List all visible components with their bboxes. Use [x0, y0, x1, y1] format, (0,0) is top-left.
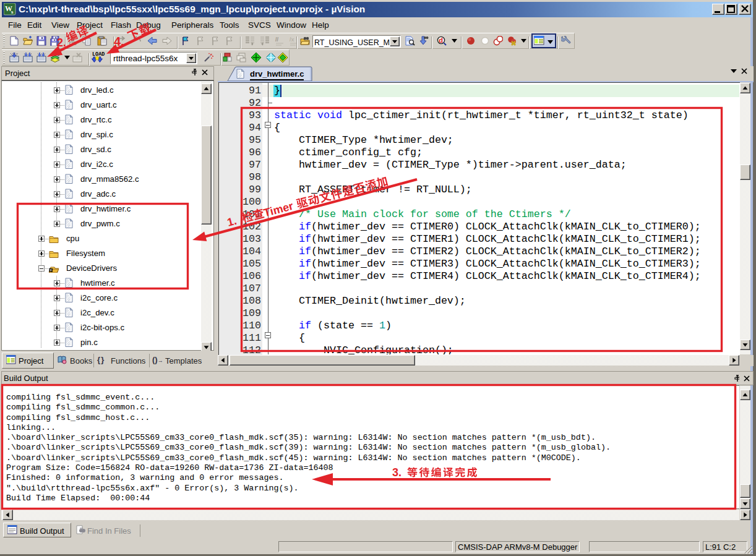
svg-text:2.: 2.: [57, 36, 66, 49]
svg-text:4.: 4.: [114, 35, 124, 48]
svg-text:1.: 1.: [226, 215, 238, 229]
svg-text:3.: 3.: [392, 466, 402, 479]
